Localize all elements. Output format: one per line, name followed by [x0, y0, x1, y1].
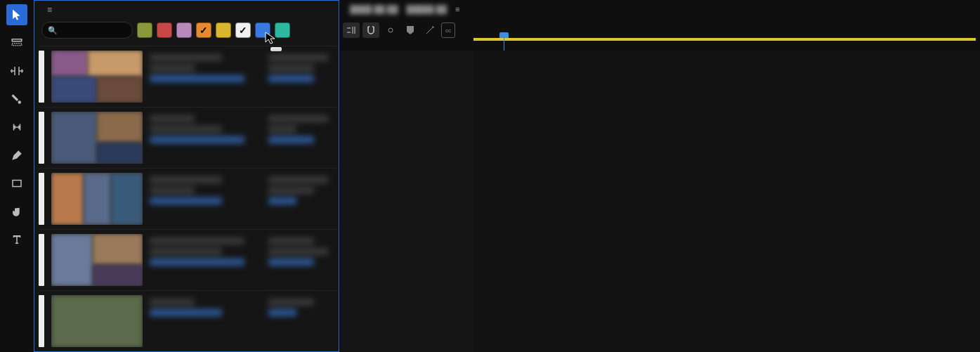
marker-color-bar	[39, 112, 44, 164]
selection-tool[interactable]	[6, 4, 27, 25]
sequence-tabs: ████ ██ ██ █████ ██ ≡	[340, 0, 980, 18]
marker-meta	[150, 112, 261, 164]
marker-color-green[interactable]	[137, 22, 152, 38]
svg-rect-2	[13, 181, 21, 187]
panel-menu-icon[interactable]: ≡	[47, 5, 52, 15]
snap-toggle[interactable]	[362, 22, 379, 38]
marker-meta	[150, 51, 261, 103]
type-tool[interactable]	[6, 229, 27, 250]
marker-color-bar	[39, 295, 44, 347]
razor-tool[interactable]	[6, 89, 27, 110]
marker-time	[268, 173, 339, 225]
track-select-tool[interactable]	[6, 32, 27, 53]
marker-item[interactable]	[39, 290, 339, 351]
track-lanes[interactable]	[473, 51, 980, 352]
slip-tool[interactable]	[6, 117, 27, 138]
marker-time	[268, 295, 339, 347]
pen-tool[interactable]	[6, 145, 27, 166]
marker-thumbnail	[51, 173, 143, 225]
marker-thumbnail	[51, 51, 143, 103]
ripple-edit-tool[interactable]	[6, 60, 27, 82]
marker-color-yellow[interactable]	[216, 22, 231, 38]
marker-color-purple[interactable]	[176, 22, 192, 38]
marker-color-white[interactable]	[235, 22, 251, 38]
marker-color-bar	[39, 234, 44, 286]
marker-color-red[interactable]	[157, 22, 172, 38]
marker-thumbnail	[51, 295, 143, 347]
svg-rect-0	[12, 39, 22, 41]
panel-menu-icon[interactable]: ≡	[455, 5, 459, 13]
rectangle-tool[interactable]	[6, 173, 27, 194]
marker-time	[268, 51, 339, 103]
marker-color-teal[interactable]	[275, 22, 290, 38]
marker-meta	[150, 234, 261, 286]
markers-panel: ≡ 🔍	[34, 0, 339, 352]
search-input[interactable]: 🔍	[41, 22, 133, 39]
marker-item[interactable]	[39, 46, 339, 107]
marker-thumbnail	[51, 112, 143, 164]
marker-color-blue[interactable]	[255, 22, 270, 38]
marker-color-bar	[39, 173, 44, 225]
marker-time	[268, 112, 339, 164]
hand-tool[interactable]	[6, 201, 27, 222]
sequence-tab[interactable]: ████ ██ ██	[350, 5, 398, 13]
marker-item[interactable]	[39, 107, 339, 168]
marker-color-orange[interactable]	[196, 22, 211, 38]
sequence-tab[interactable]: █████ ██	[406, 5, 447, 13]
track-headers	[340, 51, 473, 352]
timeline-overview[interactable]	[473, 18, 976, 30]
tool-strip	[0, 0, 34, 352]
settings-icon[interactable]	[422, 22, 438, 38]
add-marker-button[interactable]	[402, 22, 419, 38]
insert-overwrite-toggle[interactable]	[343, 22, 360, 38]
svg-rect-1	[12, 44, 22, 46]
captions-toggle[interactable]: cc	[441, 22, 455, 38]
marker-meta	[150, 173, 261, 225]
search-field[interactable]	[62, 26, 125, 34]
marker-list[interactable]	[34, 46, 339, 351]
marker-item[interactable]	[39, 229, 339, 290]
marker-meta	[150, 295, 261, 347]
marker-time	[268, 234, 339, 286]
linked-selection-toggle[interactable]	[382, 22, 399, 38]
marker-thumbnail	[51, 234, 143, 286]
timeline-panel: ████ ██ ██ █████ ██ ≡ cc	[339, 0, 980, 352]
marker-color-bar	[39, 51, 44, 103]
marker-item[interactable]	[39, 168, 339, 229]
search-icon: 🔍	[48, 26, 58, 35]
